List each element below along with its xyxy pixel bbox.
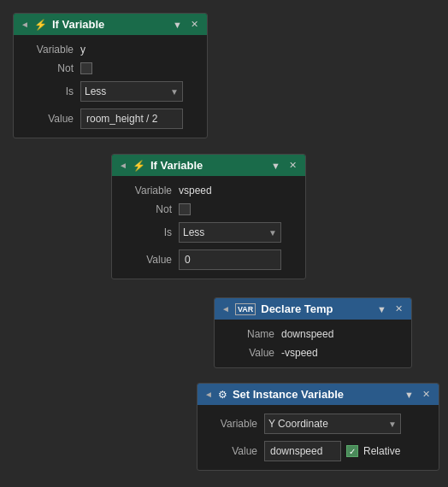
card4-variable-arrow: ▼ (388, 420, 397, 429)
card2-dropdown-btn[interactable]: ▼ (269, 161, 282, 171)
if-variable-card-2: ◄ ⚡ If Variable ▼ ✕ Variable vspeed Not … (111, 154, 306, 279)
card1-body: Variable y Not Is Less ▼ Value room_heig… (14, 35, 207, 138)
card1-not-row: Not (21, 59, 200, 78)
card1-value-label: Value (24, 113, 74, 125)
card2-not-row: Not (119, 200, 298, 219)
card2-variable-label: Variable (122, 185, 172, 197)
card2-close-btn[interactable]: ✕ (287, 160, 298, 171)
card2-is-label: Is (122, 226, 172, 238)
if-variable-card-1: ◄ ⚡ If Variable ▼ ✕ Variable y Not Is Le… (13, 13, 208, 138)
card1-close-btn[interactable]: ✕ (189, 19, 200, 30)
card4-value-row: Value downspeed ✓ Relative (204, 437, 432, 465)
card3-header: ◄ VAR Declare Temp ▼ ✕ (215, 298, 411, 320)
set-instance-card: ◄ ⚙ Set Instance Variable ▼ ✕ Variable Y… (197, 383, 439, 471)
card3-controls: ▼ ✕ (375, 303, 404, 314)
card2-body: Variable vspeed Not Is Less ▼ Value 0 (112, 176, 305, 279)
card3-value-label: Value (225, 347, 274, 359)
card2-is-value: Less (183, 226, 265, 238)
card3-name-value: downspeed (281, 328, 333, 340)
card2-value-label: Value (122, 254, 172, 266)
card2-title: If Variable (150, 159, 264, 172)
card4-value-label: Value (208, 445, 257, 457)
card4-variable-label: Variable (208, 418, 257, 430)
card2-value-text: 0 (185, 254, 191, 266)
card4-icon: ⚙ (218, 389, 227, 401)
card4-relative-checkbox[interactable]: ✓ (346, 445, 358, 457)
card4-variable-row: Variable Y Coordinate ▼ (204, 410, 432, 437)
card1-variable-label: Variable (24, 44, 74, 56)
card2-not-checkbox[interactable] (179, 203, 191, 215)
card1-value-text: room_height / 2 (86, 113, 157, 125)
card1-controls: ▼ ✕ (171, 19, 200, 30)
card2-is-row: Is Less ▼ (119, 219, 298, 246)
card2-header: ◄ ⚡ If Variable ▼ ✕ (112, 155, 305, 176)
card4-variable-select[interactable]: Y Coordinate ▼ (264, 414, 401, 434)
card4-variable-value: Y Coordinate (268, 418, 385, 430)
card4-body: Variable Y Coordinate ▼ Value downspeed … (197, 405, 439, 470)
card3-close-btn[interactable]: ✕ (393, 303, 404, 314)
card4-dropdown-btn[interactable]: ▼ (403, 390, 416, 400)
card1-is-select[interactable]: Less ▼ (80, 81, 183, 102)
card1-icon: ⚡ (34, 19, 47, 31)
card1-variable-row: Variable y (21, 40, 200, 59)
card3-icon: VAR (235, 303, 256, 315)
card1-is-label: Is (24, 85, 74, 97)
card3-title: Declare Temp (261, 302, 370, 315)
card4-close-btn[interactable]: ✕ (421, 389, 432, 400)
card1-is-value: Less (85, 85, 167, 97)
card2-collapse-arrow[interactable]: ◄ (119, 161, 127, 170)
card3-body: Name downspeed Value -vspeed (215, 320, 411, 367)
card1-not-checkbox[interactable] (80, 62, 92, 74)
card4-value-field[interactable]: downspeed (264, 441, 341, 461)
card1-not-label: Not (24, 62, 74, 74)
card1-value-field[interactable]: room_height / 2 (80, 109, 183, 129)
card2-value-row: Value 0 (119, 246, 298, 273)
declare-temp-card: ◄ VAR Declare Temp ▼ ✕ Name downspeed Va… (214, 297, 412, 368)
card1-title: If Variable (52, 18, 166, 31)
card4-header: ◄ ⚙ Set Instance Variable ▼ ✕ (197, 384, 439, 405)
card3-value-value: -vspeed (281, 347, 318, 359)
card1-variable-value: y (80, 44, 85, 56)
card4-value-inline: downspeed ✓ Relative (264, 441, 400, 461)
card2-icon: ⚡ (133, 160, 145, 172)
card3-collapse-arrow[interactable]: ◄ (221, 304, 230, 314)
card4-value-text: downspeed (270, 445, 322, 457)
card4-title: Set Instance Variable (233, 388, 398, 401)
card2-is-select[interactable]: Less ▼ (179, 222, 281, 243)
card4-collapse-arrow[interactable]: ◄ (204, 390, 213, 399)
card1-collapse-arrow[interactable]: ◄ (21, 20, 29, 29)
card4-controls: ▼ ✕ (403, 389, 432, 400)
card1-header: ◄ ⚡ If Variable ▼ ✕ (14, 14, 207, 35)
card3-name-label: Name (225, 328, 274, 340)
card2-controls: ▼ ✕ (269, 160, 298, 171)
card1-value-row: Value room_height / 2 (21, 105, 200, 132)
card3-value-row: Value -vspeed (221, 343, 404, 362)
card1-dropdown-btn[interactable]: ▼ (171, 20, 184, 30)
card3-dropdown-btn[interactable]: ▼ (375, 304, 388, 314)
card2-variable-row: Variable vspeed (119, 181, 298, 200)
card1-is-row: Is Less ▼ (21, 78, 200, 105)
card2-not-label: Not (122, 203, 172, 215)
card4-relative-label: Relative (363, 445, 400, 457)
card2-variable-value: vspeed (179, 185, 212, 197)
card2-is-arrow: ▼ (268, 228, 277, 238)
card2-value-field[interactable]: 0 (179, 249, 281, 270)
card3-name-row: Name downspeed (221, 325, 404, 343)
card1-is-arrow: ▼ (170, 87, 179, 97)
